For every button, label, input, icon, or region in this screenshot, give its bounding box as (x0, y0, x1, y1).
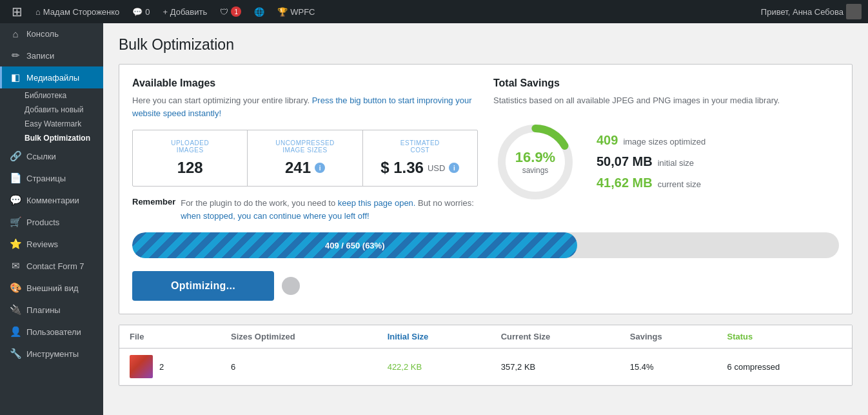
available-images-title: Available Images (132, 77, 478, 89)
wp-logo-icon[interactable]: ⊞ (6, 4, 28, 19)
file-number: 2 (159, 362, 164, 372)
reviews-icon: ⭐ (10, 238, 21, 250)
sidebar-sub-easywatermark[interactable]: Easy Watermark (0, 117, 103, 131)
table-row: 2 6 422,2 KB 357,2 KB 15.4% 6 compressed (119, 349, 852, 385)
plugin-badge: 1 (231, 6, 241, 17)
sidebar-item-plugins[interactable]: 🔌 Плагины (0, 299, 103, 321)
cell-current: 357,2 KB (491, 349, 620, 385)
comments-link[interactable]: 💬 0 (127, 0, 155, 23)
info-icon-2[interactable]: i (449, 163, 459, 173)
file-thumbnail (130, 355, 153, 378)
savings-num-2: 50,07 MB (597, 154, 653, 169)
sidebar-item-posts[interactable]: ✏ Записи (0, 45, 103, 66)
add-new-link[interactable]: + Добавить (158, 0, 213, 23)
savings-stats: 409 image sizes optimized 50,07 MB initi… (597, 133, 705, 190)
optimize-button[interactable]: Optimizing... (132, 271, 274, 301)
total-savings-title: Total Savings (493, 77, 839, 89)
stat-uncompressed-label: UNCOMPRESSEDIMAGE SIZES (258, 139, 351, 154)
available-images-desc: Here you can start optimizing your entir… (132, 94, 478, 119)
stat-uncompressed-value: 241 i (258, 159, 351, 177)
total-savings-section: Total Savings Statistics based on all av… (493, 77, 839, 232)
sidebar-label-appearance: Внешний вид (26, 283, 79, 293)
savings-text-3: current size (658, 179, 701, 189)
stat-uncompressed: UNCOMPRESSEDIMAGE SIZES 241 i (248, 130, 362, 186)
wpfc-icon: 🏆 (277, 7, 288, 17)
sidebar-item-reviews[interactable]: ⭐ Reviews (0, 233, 103, 255)
spinner-icon (282, 277, 300, 295)
user-greeting[interactable]: Привет, Анна Себова (761, 4, 862, 19)
add-label: + Добавить (163, 7, 208, 17)
stat-cost-value: $ 1.36 USD i (373, 159, 467, 177)
tools-icon: 🔧 (10, 348, 21, 359)
stat-uploaded-label: UPLOADEDIMAGES (143, 139, 237, 154)
stat-cost-label: ESTIMATEDCOST (373, 139, 467, 154)
sidebar-label-contactform: Contact Form 7 (26, 261, 84, 271)
products-icon: 🛒 (10, 216, 21, 228)
sidebar-item-console[interactable]: ⌂ Консоль (0, 23, 103, 45)
sidebar-item-pages[interactable]: 📄 Страницы (0, 167, 103, 189)
savings-num-3: 41,62 MB (597, 176, 653, 190)
media-icon: ◧ (10, 72, 21, 83)
sidebar-label-tools: Инструменты (26, 349, 79, 359)
savings-text-2: initial size (658, 158, 694, 168)
info-icon-1[interactable]: i (315, 163, 325, 173)
table-card: File Sizes Optimized Initial Size Curren… (119, 325, 853, 386)
col-sizes: Sizes Optimized (221, 325, 377, 349)
desc-text1: Here you can start optimizing your entir… (132, 96, 312, 105)
notice-text: For the plugin to do the work, you need … (181, 197, 478, 222)
links-icon: 🔗 (10, 150, 21, 162)
savings-num-1: 409 (597, 133, 618, 148)
user-avatar (846, 4, 862, 19)
savings-row-1: 409 image sizes optimized (597, 133, 705, 148)
sidebar-sub-addnew[interactable]: Добавить новый (0, 103, 103, 117)
stat-uploaded-value: 128 (143, 159, 237, 177)
appearance-icon: 🎨 (10, 282, 21, 294)
sidebar-item-comments[interactable]: 💬 Комментарии (0, 189, 103, 211)
pages-icon: 📄 (10, 172, 21, 184)
sidebar-label-reviews: Reviews (26, 239, 58, 249)
posts-icon: ✏ (10, 50, 21, 61)
cell-sizes: 6 (221, 349, 377, 385)
comments-icon: 💬 (10, 194, 21, 206)
sidebar-label-users: Пользователи (26, 327, 81, 337)
site-link[interactable]: ⌂ Мадам Стороженко (30, 0, 124, 23)
main-card: Available Images Here you can start opti… (119, 64, 853, 314)
sidebar-sub-bulkopt[interactable]: Bulk Optimization (0, 131, 103, 145)
sidebar-item-media[interactable]: ◧ Медиафайлы (0, 66, 103, 88)
sidebar-label-plugins: Плагины (26, 305, 61, 315)
col-file: File (119, 325, 221, 349)
sidebar-item-links[interactable]: 🔗 Ссылки (0, 145, 103, 167)
sidebar-item-users[interactable]: 👤 Пользователи (0, 321, 103, 343)
cell-status: 6 compressed (717, 349, 852, 385)
sidebar-label-pages: Страницы (26, 174, 66, 183)
wpfc-link[interactable]: 🏆 WPFC (272, 0, 320, 23)
savings-row-3: 41,62 MB current size (597, 176, 705, 190)
site-name: Мадам Стороженко (43, 7, 119, 17)
sidebar-label-posts: Записи (26, 51, 54, 61)
results-table: File Sizes Optimized Initial Size Curren… (119, 325, 852, 385)
donut-pct: 16.9% (515, 149, 555, 166)
console-icon: ⌂ (10, 28, 21, 39)
sidebar-label-media: Медиафайлы (26, 73, 79, 83)
page-title: Bulk Optimization (119, 36, 853, 54)
globe-link[interactable]: 🌐 (249, 0, 270, 23)
stat-uploaded: UPLOADEDIMAGES 128 (133, 130, 248, 186)
cell-savings: 15.4% (620, 349, 717, 385)
globe-icon: 🌐 (254, 7, 264, 17)
available-images-section: Available Images Here you can start opti… (132, 77, 478, 232)
comment-icon: 💬 (132, 7, 143, 17)
savings-flex: 16.9% savings 409 image sizes optimized (493, 120, 839, 204)
sidebar-item-contactform[interactable]: ✉ Contact Form 7 (0, 255, 103, 277)
sidebar-item-appearance[interactable]: 🎨 Внешний вид (0, 277, 103, 299)
greeting-text: Привет, Анна Себова (761, 7, 843, 17)
sidebar-sub-library[interactable]: Библиотека (0, 88, 103, 103)
users-icon: 👤 (10, 326, 21, 338)
col-initial: Initial Size (377, 325, 491, 349)
sidebar-item-products[interactable]: 🛒 Products (0, 211, 103, 233)
notice-link1[interactable]: keep this page open. (338, 198, 416, 208)
stat-cost: ESTIMATEDCOST $ 1.36 USD i (363, 130, 477, 186)
notice-link2[interactable]: when stopped, you can continue where you… (181, 211, 369, 221)
plugin-icon-link[interactable]: 🛡 1 (215, 0, 246, 23)
contactform-icon: ✉ (10, 260, 21, 272)
sidebar-item-tools[interactable]: 🔧 Инструменты (0, 343, 103, 365)
